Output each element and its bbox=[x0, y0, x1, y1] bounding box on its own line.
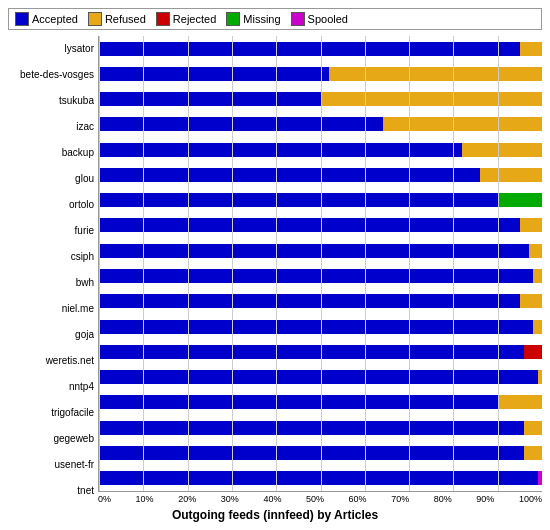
bar-segment-accepted bbox=[99, 370, 538, 384]
x-tick: 10% bbox=[136, 494, 154, 504]
bar-segment-refused bbox=[329, 67, 542, 81]
legend-color bbox=[88, 12, 102, 26]
y-label-weretis.net: weretis.net bbox=[8, 348, 94, 374]
bar-segment-accepted bbox=[99, 42, 520, 56]
legend-color bbox=[156, 12, 170, 26]
grid-line bbox=[365, 36, 366, 491]
bar-segment-accepted bbox=[99, 421, 524, 435]
x-tick: 30% bbox=[221, 494, 239, 504]
bar-segment-refused bbox=[524, 446, 542, 460]
y-label-tsukuba: tsukuba bbox=[8, 88, 94, 114]
bar-segment-rejected bbox=[524, 345, 542, 359]
bar-segment-accepted bbox=[99, 446, 524, 460]
grid-line bbox=[143, 36, 144, 491]
legend-label: Refused bbox=[105, 13, 146, 25]
x-tick: 50% bbox=[306, 494, 324, 504]
y-label-lysator: lysator bbox=[8, 36, 94, 62]
chart-title: Outgoing feeds (innfeed) by Articles bbox=[8, 508, 542, 522]
bar-segment-accepted bbox=[99, 395, 498, 409]
grid-line bbox=[321, 36, 322, 491]
y-labels: lysatorbete-des-vosgestsukubaizacbackupg… bbox=[8, 36, 98, 504]
legend-label: Rejected bbox=[173, 13, 216, 25]
bar-segment-refused bbox=[533, 269, 542, 283]
bar-segment-refused bbox=[520, 218, 542, 232]
y-label-nntp4: nntp4 bbox=[8, 374, 94, 400]
bar-segment-accepted bbox=[99, 471, 538, 485]
bar-segment-refused bbox=[533, 320, 542, 334]
chart-container: AcceptedRefusedRejectedMissingSpooled ly… bbox=[0, 0, 550, 530]
bar-segment-accepted bbox=[99, 67, 329, 81]
legend-item-rejected: Rejected bbox=[156, 12, 216, 26]
legend-label: Accepted bbox=[32, 13, 78, 25]
chart-area: lysatorbete-des-vosgestsukubaizacbackupg… bbox=[8, 36, 542, 504]
grid-line bbox=[409, 36, 410, 491]
grid-line bbox=[99, 36, 100, 491]
x-tick: 0% bbox=[98, 494, 111, 504]
bar-segment-accepted bbox=[99, 345, 524, 359]
y-label-trigofacile: trigofacile bbox=[8, 400, 94, 426]
bar-segment-refused bbox=[383, 117, 542, 131]
grid-line bbox=[453, 36, 454, 491]
y-label-backup: backup bbox=[8, 140, 94, 166]
y-label-tnet: tnet bbox=[8, 478, 94, 504]
grid-line bbox=[276, 36, 277, 491]
bar-segment-refused bbox=[321, 92, 543, 106]
legend: AcceptedRefusedRejectedMissingSpooled bbox=[8, 8, 542, 30]
bar-segment-refused bbox=[524, 421, 542, 435]
y-label-niel.me: niel.me bbox=[8, 296, 94, 322]
bar-segment-accepted bbox=[99, 294, 520, 308]
y-label-ortolo: ortolo bbox=[8, 192, 94, 218]
legend-color bbox=[15, 12, 29, 26]
legend-label: Missing bbox=[243, 13, 280, 25]
y-label-furie: furie bbox=[8, 218, 94, 244]
legend-item-missing: Missing bbox=[226, 12, 280, 26]
x-tick: 60% bbox=[349, 494, 367, 504]
legend-item-refused: Refused bbox=[88, 12, 146, 26]
bar-segment-refused bbox=[520, 42, 542, 56]
bar-segment-accepted bbox=[99, 320, 533, 334]
bar-segment-missing bbox=[498, 193, 542, 207]
x-tick: 90% bbox=[476, 494, 494, 504]
y-label-bete-des-vosges: bete-des-vosges bbox=[8, 62, 94, 88]
bar-segment-accepted bbox=[99, 117, 383, 131]
legend-item-accepted: Accepted bbox=[15, 12, 78, 26]
bars-and-xaxis: 4443 18581503 13771049 1049606 3371435 3… bbox=[98, 36, 542, 504]
bar-segment-accepted bbox=[99, 168, 480, 182]
bars-area: 4443 18581503 13771049 1049606 3371435 3… bbox=[98, 36, 542, 492]
y-label-usenet-fr: usenet-fr bbox=[8, 452, 94, 478]
bar-segment-accepted bbox=[99, 269, 533, 283]
x-tick: 70% bbox=[391, 494, 409, 504]
x-tick: 20% bbox=[178, 494, 196, 504]
bar-segment-accepted bbox=[99, 218, 520, 232]
x-tick: 80% bbox=[434, 494, 452, 504]
bar-segment-accepted bbox=[99, 92, 321, 106]
legend-color bbox=[291, 12, 305, 26]
y-label-glou: glou bbox=[8, 166, 94, 192]
y-label-bwh: bwh bbox=[8, 270, 94, 296]
y-label-csiph: csiph bbox=[8, 244, 94, 270]
bar-segment-refused bbox=[498, 395, 542, 409]
x-tick: 40% bbox=[263, 494, 281, 504]
grid-line bbox=[188, 36, 189, 491]
grid-line bbox=[232, 36, 233, 491]
bar-segment-accepted bbox=[99, 193, 498, 207]
y-label-izac: izac bbox=[8, 114, 94, 140]
bar-segment-refused bbox=[462, 143, 542, 157]
y-label-gegeweb: gegeweb bbox=[8, 426, 94, 452]
legend-color bbox=[226, 12, 240, 26]
bar-segment-refused bbox=[480, 168, 542, 182]
legend-label: Spooled bbox=[308, 13, 348, 25]
y-label-goja: goja bbox=[8, 322, 94, 348]
bar-segment-accepted bbox=[99, 143, 462, 157]
bar-segment-refused bbox=[529, 244, 542, 258]
legend-item-spooled: Spooled bbox=[291, 12, 348, 26]
bar-segment-accepted bbox=[99, 244, 529, 258]
x-axis: 0%10%20%30%40%50%60%70%80%90%100% bbox=[98, 492, 542, 504]
grid-line bbox=[498, 36, 499, 491]
x-tick: 100% bbox=[519, 494, 542, 504]
bar-segment-refused bbox=[520, 294, 542, 308]
